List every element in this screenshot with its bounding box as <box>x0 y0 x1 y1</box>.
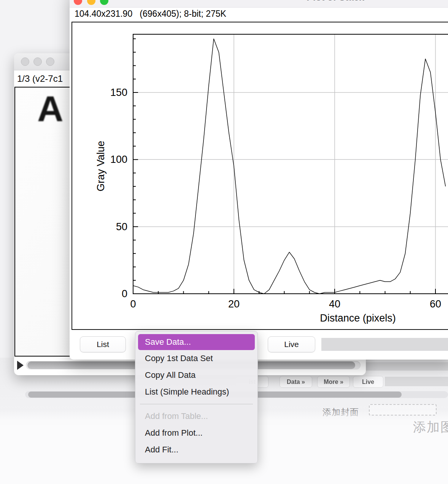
x-tick-label: 0 <box>118 298 148 310</box>
menu-item-add-fit[interactable]: Add Fit... <box>138 441 255 458</box>
y-tick-label: 50 <box>93 221 127 232</box>
close-button-inactive[interactable] <box>21 57 29 66</box>
y-axis-title: Gray Value <box>95 115 107 218</box>
image-title: 1/3 (v2-7c1 <box>17 73 63 84</box>
background-scrollbar-track[interactable] <box>366 362 448 371</box>
background-button-data[interactable]: Data » <box>280 376 312 388</box>
close-button[interactable] <box>74 0 82 5</box>
data-context-menu: Save Data...Copy 1st Data SetCopy All Da… <box>135 331 258 463</box>
background-button-more[interactable]: More » <box>317 376 350 388</box>
zoom-button-inactive[interactable] <box>46 57 54 66</box>
background-button-live[interactable]: Live <box>353 376 383 388</box>
y-tick-label: 0 <box>93 288 127 299</box>
x-tick-label: 60 <box>420 298 448 310</box>
add-image-label: 添加图 <box>413 419 448 436</box>
plot-toolbar-gray-area <box>321 338 448 351</box>
x-tick-label: 40 <box>319 298 350 310</box>
zoom-button[interactable] <box>100 0 108 5</box>
menu-item-list-simple-headings[interactable]: List (Simple Headings) <box>138 384 255 400</box>
image-letter-a: A <box>37 88 64 130</box>
menu-item-save-data[interactable]: Save Data... <box>138 334 255 350</box>
plot-window-titlebar[interactable]: Plot of Stack <box>70 0 448 8</box>
live-button[interactable]: Live <box>268 336 315 352</box>
plot-canvas[interactable]: 0204060050100150 Gray Value Distance (pi… <box>71 22 448 330</box>
x-tick-label: 20 <box>219 298 249 310</box>
add-image-dropzone[interactable] <box>369 404 437 416</box>
x-axis-title: Distance (pixels) <box>301 312 415 324</box>
play-icon[interactable] <box>17 361 24 370</box>
minimize-button[interactable] <box>87 0 95 5</box>
list-button[interactable]: List <box>80 336 126 352</box>
menu-item-add-from-table: Add from Table... <box>138 408 255 425</box>
plot-window-title: Plot of Stack <box>278 0 392 3</box>
menu-item-copy-all-data[interactable]: Copy All Data <box>138 367 255 384</box>
screen: istData »More »Live 添加封面 添加图 1/3 (v2-7c1… <box>0 0 448 484</box>
minimize-button-inactive[interactable] <box>33 57 42 66</box>
menu-separator <box>140 404 253 404</box>
plot-chart <box>72 22 448 329</box>
background-progress-bar <box>385 377 448 386</box>
y-tick-label: 150 <box>93 87 127 98</box>
menu-item-copy-1st-data-set[interactable]: Copy 1st Data Set <box>138 350 255 367</box>
plot-info-text: 104.40x231.90 (696x405); 8-bit; 275K <box>75 9 226 19</box>
plot-window: Plot of Stack 104.40x231.90 (696x405); 8… <box>70 0 448 360</box>
menu-item-add-from-plot[interactable]: Add from Plot... <box>138 425 255 441</box>
